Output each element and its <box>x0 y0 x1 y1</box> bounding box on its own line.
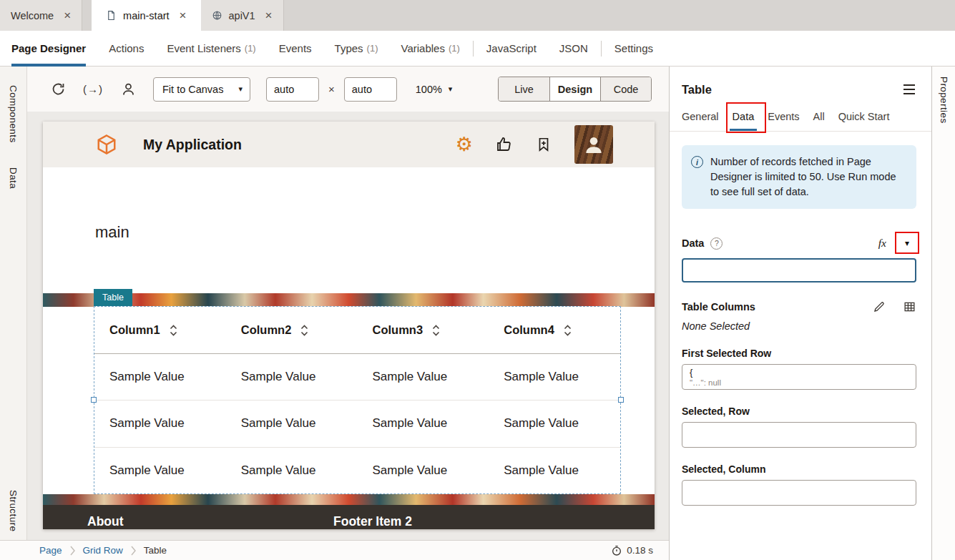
page-preview: My Application ⚙ <box>43 122 655 529</box>
document-tab-strip: Welcome × main-start × apiV1 × <box>0 0 955 31</box>
breadcrumb-grid-row[interactable]: Grid Row <box>83 545 123 556</box>
code-line-2: "…": null <box>690 378 909 388</box>
breadcrumb-table[interactable]: Table <box>144 545 167 556</box>
table-column-header[interactable]: Column2 <box>226 307 358 353</box>
properties-tabs: General Data Events All Quick Start <box>670 111 931 132</box>
canvas-width-input[interactable] <box>266 77 319 102</box>
app-footer-component[interactable]: About Footer Item 2 <box>43 505 655 529</box>
fit-to-canvas-select[interactable]: Fit to Canvas ▾ <box>153 77 250 102</box>
rail-tab-data[interactable]: Data <box>8 167 19 189</box>
breadcrumb-page[interactable]: Page <box>39 545 62 556</box>
table-cell: Sample Value <box>489 448 620 493</box>
mode-code-button[interactable]: Code <box>600 77 651 101</box>
app-header-component[interactable]: My Application ⚙ <box>43 122 655 167</box>
column-label: Column3 <box>373 323 423 337</box>
mode-design-button[interactable]: Design <box>549 77 600 101</box>
tab-apiv1[interactable]: apiV1 × <box>201 0 284 31</box>
rail-tab-components[interactable]: Components <box>8 85 19 143</box>
data-field-label: Data <box>682 237 704 249</box>
table-column-header[interactable]: Column4 <box>489 307 620 353</box>
mode-live-button[interactable]: Live <box>499 77 549 101</box>
nav-page-designer[interactable]: Page Designer <box>11 31 97 67</box>
workspace: Components Data Structure (→) <box>0 67 955 560</box>
table-cell: Sample Value <box>226 354 358 400</box>
column-label: Column2 <box>241 323 292 337</box>
selection-handle-right[interactable] <box>618 397 624 403</box>
nav-events[interactable]: Events <box>268 31 323 67</box>
goto-code-icon[interactable]: (→) <box>83 80 103 99</box>
panel-menu-icon[interactable] <box>902 82 916 97</box>
props-tab-events[interactable]: Events <box>768 111 799 122</box>
selected-column-label: Selected, Column <box>682 463 916 475</box>
sort-icon[interactable] <box>564 324 572 337</box>
table-row[interactable]: Sample Value Sample Value Sample Value S… <box>94 401 620 447</box>
props-tab-general[interactable]: General <box>682 111 719 122</box>
nav-event-listeners[interactable]: Event Listeners(1) <box>155 31 267 67</box>
close-icon[interactable]: × <box>64 9 71 21</box>
rail-tab-structure[interactable]: Structure <box>8 490 19 531</box>
props-tab-quick-start[interactable]: Quick Start <box>838 111 890 122</box>
footer-item[interactable]: Footer Item 2 <box>333 514 412 529</box>
canvas-toolbar: (→) Fit to Canvas ▾ × 100% <box>27 67 669 112</box>
nav-label: Page Designer <box>11 42 86 54</box>
mode-switcher: Live Design Code <box>498 77 652 102</box>
table-column-header[interactable]: Column3 <box>358 307 489 353</box>
selected-column-input[interactable] <box>682 480 916 506</box>
table-cell: Sample Value <box>358 401 489 446</box>
table-cell: Sample Value <box>226 401 358 446</box>
nav-label: Events <box>279 42 312 54</box>
canvas-height-input[interactable] <box>344 77 397 102</box>
nav-divider <box>473 41 474 57</box>
page-heading[interactable]: main <box>95 223 129 242</box>
left-rail: Components Data Structure <box>0 67 27 540</box>
rail-tab-properties[interactable]: Properties <box>939 77 949 560</box>
table-row[interactable]: Sample Value Sample Value Sample Value S… <box>94 354 620 401</box>
table-header-row: Column1 Column2 Column3 <box>94 307 620 354</box>
nav-variables[interactable]: Variables(1) <box>389 31 471 67</box>
help-icon[interactable]: ? <box>710 237 723 250</box>
refresh-icon[interactable] <box>49 80 67 99</box>
data-dropdown-button[interactable]: ▾ <box>898 235 916 252</box>
props-tab-all[interactable]: All <box>813 111 825 122</box>
thumbs-up-icon[interactable] <box>494 135 513 154</box>
zoom-select[interactable]: 100% ▾ <box>416 84 453 95</box>
nav-json[interactable]: JSON <box>548 31 599 67</box>
selected-row-input[interactable] <box>682 422 916 448</box>
fx-expression-icon[interactable]: fx <box>878 237 886 250</box>
sort-icon[interactable] <box>432 324 440 337</box>
nav-actions[interactable]: Actions <box>97 31 155 67</box>
sort-icon[interactable] <box>170 324 177 337</box>
canvas-column: (→) Fit to Canvas ▾ × 100% <box>27 67 669 540</box>
nav-javascript[interactable]: JavaScript <box>475 31 548 67</box>
avatar[interactable] <box>574 125 613 164</box>
nav-label: Types <box>335 42 363 54</box>
data-expression-input[interactable] <box>682 258 916 283</box>
table-grid-icon[interactable] <box>902 300 916 314</box>
selection-handle-left[interactable] <box>91 397 97 403</box>
table-row[interactable]: Sample Value Sample Value Sample Value S… <box>94 448 620 493</box>
nav-types[interactable]: Types(1) <box>323 31 390 67</box>
info-icon: i <box>691 156 703 168</box>
close-icon[interactable]: × <box>265 9 273 21</box>
edit-pencil-icon[interactable] <box>872 300 886 314</box>
first-selected-row-value[interactable]: { "…": null <box>682 364 916 390</box>
table-column-header[interactable]: Column1 <box>94 307 226 353</box>
nav-settings[interactable]: Settings <box>603 31 665 67</box>
tab-main-start-label: main-start <box>123 10 169 21</box>
gear-icon[interactable]: ⚙ <box>456 135 473 154</box>
tab-main-start[interactable]: main-start × <box>92 0 200 31</box>
close-icon[interactable]: × <box>180 9 187 21</box>
bookmark-add-icon[interactable] <box>534 135 553 154</box>
tab-welcome[interactable]: Welcome × <box>0 0 82 31</box>
props-tab-data[interactable]: Data <box>733 111 755 122</box>
nav-label: JSON <box>559 42 588 54</box>
visual-builder-window: Welcome × main-start × apiV1 × Page Desi… <box>0 0 955 560</box>
caret-down-icon: ▾ <box>449 85 453 93</box>
sort-icon[interactable] <box>300 324 308 337</box>
table-component[interactable]: Column1 Column2 Column3 <box>94 306 621 494</box>
render-duration: 0.18 s <box>627 545 653 556</box>
user-role-icon[interactable] <box>119 80 137 99</box>
table-cell: Sample Value <box>489 354 620 400</box>
table-cell: Sample Value <box>94 401 226 446</box>
footer-item[interactable]: About <box>87 514 124 529</box>
